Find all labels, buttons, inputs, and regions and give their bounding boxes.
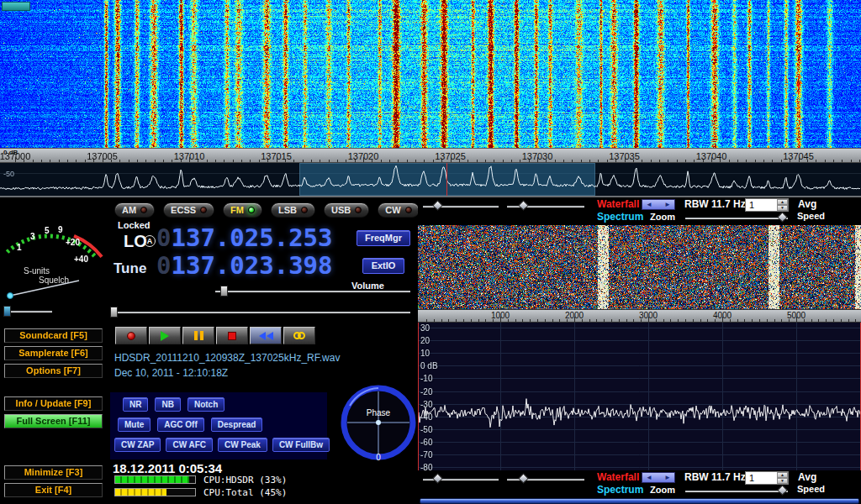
soundcard-button[interactable]: Soundcard [F5] [4, 328, 103, 343]
ruler-tick [720, 160, 721, 162]
ruler-tick [259, 160, 260, 162]
pause-button[interactable] [182, 327, 214, 344]
nb-button[interactable]: NB [155, 397, 180, 412]
stop-button[interactable] [216, 327, 248, 344]
main-waterfall-display[interactable] [0, 0, 861, 148]
freq-mgr-button[interactable]: FreqMgr [357, 230, 410, 246]
rx-scrollbar[interactable] [420, 498, 859, 504]
cw-zap-button[interactable]: CW ZAP [114, 438, 161, 452]
cw-fullbw-button[interactable]: CW FullBw [272, 438, 330, 452]
secondary-slider[interactable] [110, 307, 410, 318]
squelch-slider-thumb[interactable] [3, 306, 11, 317]
slider-thumb[interactable] [777, 485, 788, 496]
info-update-button[interactable]: Info / Update [F9] [4, 396, 103, 411]
secondary-slider-thumb[interactable] [110, 307, 118, 318]
spin-up-icon[interactable]: ▲ [777, 472, 788, 478]
mode-cw-button[interactable]: CW [378, 202, 419, 218]
spin-down-icon[interactable]: ▼ [777, 478, 788, 484]
s-meter-scale-label: 9 [58, 225, 63, 234]
avg-dropdown[interactable]: 1▲▼ [745, 198, 789, 212]
brightness-slider[interactable] [423, 201, 499, 212]
cw-afc-button[interactable]: CW AFC [166, 438, 213, 452]
notch-button[interactable]: Notch [188, 397, 224, 412]
slider-thumb[interactable] [518, 200, 529, 211]
zoom-in-icon[interactable]: ► [664, 201, 671, 208]
volume-slider-track[interactable] [215, 290, 410, 292]
corner-widget[interactable] [2, 2, 30, 11]
rx-spectrum-canvas[interactable] [418, 323, 861, 470]
mode-am-button[interactable]: AM [114, 202, 155, 218]
rx-waterfall-display[interactable] [418, 225, 861, 309]
mode-lsb-button[interactable]: LSB [271, 202, 315, 218]
waterfall-tab[interactable]: Waterfall [597, 471, 639, 483]
record-button[interactable] [115, 327, 147, 344]
lo-frequency-display[interactable]: 0137.025.253 [156, 224, 333, 251]
slider-thumb[interactable] [432, 473, 443, 484]
ext-io-button[interactable]: ExtIO [362, 258, 404, 274]
volume-slider-thumb[interactable] [220, 286, 228, 297]
contrast-slider[interactable] [507, 201, 584, 212]
mute-button[interactable]: Mute [118, 417, 151, 432]
rx-frequency-ruler[interactable]: 10002000300040005000 [418, 309, 861, 323]
zoom-out-icon[interactable]: ◄ [646, 474, 652, 481]
ruler-tick [346, 160, 346, 162]
zoom-in-icon[interactable]: ► [664, 474, 671, 481]
ruler-tick [24, 160, 24, 162]
tune-frequency-display[interactable]: 0137.023.398 [156, 252, 333, 279]
mode-usb-button[interactable]: USB [324, 202, 369, 218]
main-spectrum-canvas[interactable] [0, 163, 861, 196]
options-button[interactable]: Options [F7] [4, 364, 103, 378]
spin-down-icon[interactable]: ▼ [777, 205, 788, 211]
ruler-tick [851, 160, 852, 162]
ruler-tick [471, 319, 472, 322]
squelch-slider[interactable] [3, 306, 52, 317]
spectrum-tab[interactable]: Spectrum [597, 211, 643, 223]
zoom-control[interactable]: ◄► [642, 472, 675, 483]
loop-button[interactable] [283, 327, 315, 344]
ruler-tick [744, 319, 745, 322]
despread-button[interactable]: Despread [211, 417, 263, 432]
speed-slider[interactable] [685, 213, 788, 223]
exit-button[interactable]: Exit [F4] [4, 483, 103, 497]
slider-track[interactable] [685, 217, 788, 219]
ruler-tick [76, 160, 77, 162]
contrast-slider[interactable] [507, 474, 584, 485]
mode-fm-button[interactable]: FM [223, 202, 262, 218]
spectrum-tab[interactable]: Spectrum [597, 484, 643, 496]
secondary-slider-track[interactable] [110, 311, 410, 313]
avg-spinner[interactable]: ▲▼ [777, 472, 788, 484]
volume-slider[interactable] [215, 286, 410, 297]
zoom-control[interactable]: ◄► [642, 199, 675, 210]
rewind-icon [259, 332, 273, 340]
ruler-tick [503, 160, 504, 162]
play-icon [161, 331, 169, 341]
slider-thumb[interactable] [518, 473, 529, 484]
fullscreen-button[interactable]: Full Screen [F11] [4, 414, 103, 428]
minimize-button[interactable]: Minimize [F3] [4, 465, 103, 480]
speed-slider[interactable] [685, 486, 788, 496]
slider-track[interactable] [685, 490, 788, 492]
lo-lock-badge[interactable]: A [144, 235, 156, 247]
brightness-slider[interactable] [423, 474, 499, 485]
cw-peak-button[interactable]: CW Peak [218, 438, 267, 452]
ruler-tick [511, 160, 512, 162]
zoom-out-icon[interactable]: ◄ [646, 201, 652, 208]
pause-icon [194, 331, 203, 340]
nr-button[interactable]: NR [123, 397, 148, 412]
slider-thumb[interactable] [777, 212, 788, 223]
spin-up-icon[interactable]: ▲ [777, 199, 788, 205]
agc-off-button[interactable]: AGC Off [157, 417, 203, 432]
play-button[interactable] [149, 327, 181, 344]
mode-ecss-button[interactable]: ECSS [163, 202, 214, 218]
avg-dropdown[interactable]: 1▲▼ [745, 471, 789, 485]
rx-spectrum-display[interactable]: 3020100 dB-10-20-30-40-50-60-70-80 [418, 323, 861, 470]
rewind-button[interactable] [250, 327, 282, 344]
main-frequency-ruler[interactable]: 0 dB 13700013700513701013701513702013702… [0, 148, 861, 163]
samplerate-button[interactable]: Samplerate [F6] [4, 346, 103, 360]
waterfall-tab[interactable]: Waterfall [597, 198, 639, 210]
db-scale-label: 20 [420, 336, 430, 345]
main-spectrum-display[interactable]: -50 [0, 163, 861, 196]
ruler-tick [426, 319, 427, 322]
avg-spinner[interactable]: ▲▼ [777, 199, 788, 211]
slider-thumb[interactable] [432, 200, 443, 211]
